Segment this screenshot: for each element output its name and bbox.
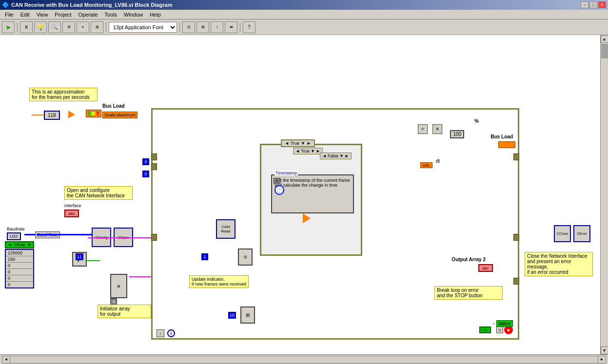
value-118[interactable]: 118	[44, 111, 60, 120]
toolbar: ➤ ⏸ 💡 🔍 ⚙ ≡ ⊞ 13pt Application Font ⊡ ⊞ …	[0, 19, 608, 35]
value-4: 4	[110, 298, 117, 305]
value-0a: 0	[142, 158, 149, 165]
subvi-label: Timestamp	[275, 171, 298, 175]
status-bar: ◄ ►	[0, 354, 608, 364]
clock-icon: 🕐	[275, 185, 284, 195]
value-11: 11	[76, 253, 83, 260]
scroll-left-button[interactable]: ◄	[2, 356, 10, 363]
approx-label: This is an approximationfor the frames p…	[29, 88, 98, 101]
menu-bar: File Edit View Project Operate Tools Win…	[0, 10, 608, 19]
palette-button1[interactable]: ⚙	[62, 21, 75, 33]
update-indicator-label: Update indicator,if new frames were rece…	[189, 275, 249, 288]
read-vi-node: CANRead	[216, 219, 235, 239]
shift-reg-right-1	[513, 153, 519, 160]
baudrate-label: Baudrate	[7, 227, 25, 231]
case-selector[interactable]: ◄True▼►	[281, 139, 315, 147]
tf-terminal: TF	[479, 326, 491, 333]
scroll-thumb-right[interactable]	[601, 44, 608, 58]
array-ctrl: ◄TRUE▼ 125000 150 0 0 0 0	[5, 241, 34, 288]
font-selector[interactable]: 13pt Application Font	[109, 22, 177, 33]
bundle-node: ⊟	[238, 249, 253, 266]
scroll-down-button[interactable]: ▼	[601, 346, 608, 354]
status-arrow: →	[491, 321, 496, 326]
scrollbar-right: ▲ ▼	[600, 35, 608, 354]
subvi-content: Get the timestamp of the current frame a…	[272, 175, 353, 190]
run-arrow-button[interactable]: ➤	[2, 21, 15, 33]
subvi-bottom: ⊞	[240, 307, 255, 324]
shift-reg-right-2	[513, 234, 519, 241]
maximize-button[interactable]: □	[589, 1, 597, 8]
menu-project[interactable]: Project	[52, 11, 74, 19]
menu-file[interactable]: File	[2, 11, 17, 19]
menu-window[interactable]: Window	[121, 11, 146, 19]
dt-terminal: DBL	[420, 162, 432, 168]
main-area: This is an approximationfor the frames p…	[0, 35, 608, 354]
bus-load-indicator	[498, 141, 515, 148]
title-bar-left: 🔷 CAN Receive with Bus Load Monitoring_L…	[2, 1, 172, 8]
percent-label: %	[474, 118, 479, 124]
distribute-button[interactable]: ⊞	[196, 21, 209, 33]
inner-true-selector: ◄True▼►	[293, 148, 323, 154]
title-bar: 🔷 CAN Receive with Bus Load Monitoring_L…	[0, 0, 608, 10]
minimize-button[interactable]: −	[581, 1, 588, 8]
menu-view[interactable]: View	[34, 11, 51, 19]
help-button[interactable]: ?	[243, 21, 255, 33]
gauge-indicator	[86, 110, 101, 117]
wire-orange-2	[98, 115, 102, 115]
loop-iteration-terminal: i	[157, 329, 164, 337]
palette-button2[interactable]: ≡	[77, 21, 89, 33]
scale-maximum-label: Scale.Maximum	[102, 112, 137, 118]
bus-load-label: Bus Load	[102, 103, 125, 109]
menu-edit[interactable]: Edit	[18, 11, 33, 19]
bus-load-right-label: Bus Load	[490, 134, 513, 139]
scroll-up-button[interactable]: ▲	[601, 35, 608, 43]
palette-button3[interactable]: ⊞	[91, 21, 103, 33]
wire-orange-1	[32, 115, 44, 115]
divide-node: ÷	[418, 124, 428, 134]
or-node: V	[496, 326, 503, 333]
false-selector-node: ◄False▼►	[320, 153, 352, 159]
app-icon: 🔷	[2, 1, 9, 8]
resize-button[interactable]: ↕	[211, 21, 223, 33]
align-button[interactable]: ⊡	[182, 21, 195, 33]
value-0b: 0	[142, 171, 149, 177]
wire-blue-2	[37, 234, 92, 235]
shift-reg-left-2	[151, 163, 157, 170]
coerce-node-1	[68, 111, 75, 118]
shift-reg-left-3	[151, 234, 157, 241]
close-button[interactable]: ✕	[598, 1, 606, 8]
timestamp-subvi: Timestamp Get the timestamp of the curre…	[271, 174, 354, 213]
dt-label: dt	[436, 158, 440, 164]
shift-reg-right-3	[513, 278, 519, 285]
bulb-button[interactable]: 💡	[34, 21, 47, 33]
value-10: 10	[228, 312, 236, 319]
scrollbar-horizontal: ◄ ►	[2, 356, 606, 364]
menu-help[interactable]: Help	[147, 11, 164, 19]
toolbar-sep-1	[17, 22, 18, 32]
scroll-track-right[interactable]	[601, 43, 608, 346]
cclose-vi: CCIose	[554, 225, 571, 242]
toolbar-sep-2	[106, 22, 106, 32]
info-button: i	[167, 329, 175, 337]
value-100: 100	[450, 130, 464, 138]
multiply-node: ×	[432, 124, 442, 134]
cerror-vi: CError	[573, 225, 590, 242]
pause-button[interactable]: ⏸	[20, 21, 33, 33]
value-1: 1	[201, 253, 208, 260]
baudrate-ctrl[interactable]: U32	[7, 232, 21, 240]
menu-tools[interactable]: Tools	[101, 11, 120, 19]
status-terminal: status	[496, 320, 513, 327]
array-init-node: ⊞	[110, 274, 127, 298]
toolbar-sep-3	[179, 22, 180, 32]
interface-ctrl[interactable]: abc	[64, 210, 79, 217]
wire-green-1	[85, 260, 100, 261]
canvas[interactable]: This is an approximationfor the frames p…	[0, 35, 600, 354]
reorder-button[interactable]: ⇄	[225, 21, 237, 33]
case-struct: ◄True▼► Timestamp Get the timestamp of t…	[260, 144, 362, 256]
menu-operate[interactable]: Operate	[76, 11, 101, 19]
init-array-label: Initialize arrayfor output	[98, 305, 151, 318]
open-config-label: Open and configurethe CAN Network Interf…	[64, 186, 133, 200]
search-button[interactable]: 🔍	[48, 21, 61, 33]
scroll-right-button[interactable]: ►	[598, 356, 606, 363]
window-title: CAN Receive with Bus Load Monitoring_LV8…	[11, 2, 172, 8]
